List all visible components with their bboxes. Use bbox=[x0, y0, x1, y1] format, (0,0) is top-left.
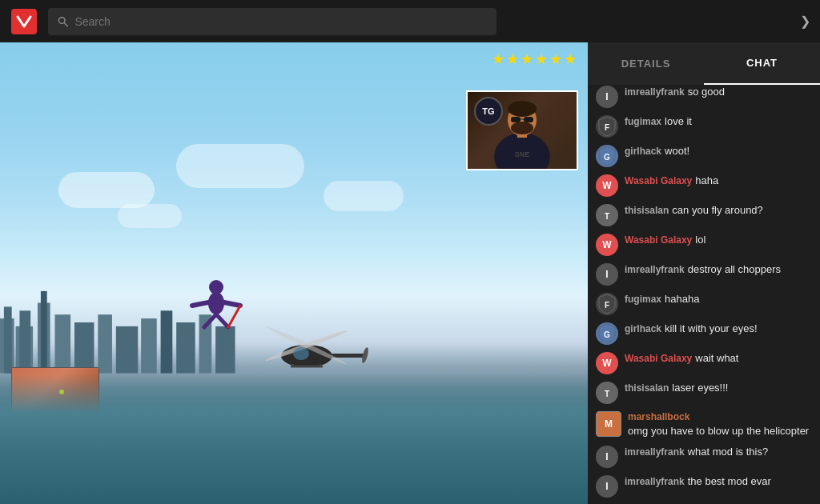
list-item: G girlhack woot! bbox=[588, 141, 820, 170]
helicopter bbox=[247, 312, 375, 384]
svg-rect-24 bbox=[524, 117, 533, 122]
list-item: WWasabi Galaxy lol bbox=[588, 230, 820, 259]
svg-rect-8 bbox=[41, 291, 47, 374]
svg-point-1 bbox=[58, 17, 65, 23]
svg-rect-9 bbox=[55, 315, 71, 374]
chat-text: omg you have to blow up the helicopter bbox=[628, 425, 809, 437]
cloud bbox=[118, 204, 182, 228]
chat-content: imreallyfrank so good bbox=[625, 85, 812, 99]
chat-messages-list: WWasabi Galaxysuperhero mods lol T thisi… bbox=[588, 85, 820, 504]
svg-rect-23 bbox=[511, 117, 521, 122]
tab-chat[interactable]: CHAT bbox=[704, 42, 820, 85]
svg-line-42 bbox=[228, 306, 240, 327]
search-icon bbox=[58, 16, 68, 27]
chat-text: hahaha bbox=[665, 292, 699, 306]
chat-avatar: I bbox=[596, 263, 618, 286]
chat-text: love it bbox=[665, 114, 692, 129]
search-input[interactable] bbox=[74, 15, 487, 28]
search-bar[interactable] bbox=[48, 8, 496, 35]
chat-avatar: G bbox=[596, 322, 618, 345]
video-background: ★★★★★★ TG bbox=[0, 42, 588, 504]
svg-text:F: F bbox=[605, 301, 609, 310]
svg-point-22 bbox=[511, 122, 533, 134]
cloud bbox=[324, 181, 404, 211]
chat-avatar: T bbox=[596, 382, 618, 404]
chat-text: the best mod evar bbox=[688, 474, 771, 489]
chat-username: marshallbock bbox=[628, 410, 812, 424]
chat-username: thisisalan bbox=[625, 382, 669, 395]
svg-rect-11 bbox=[98, 315, 112, 374]
chat-username: Wasabi Galaxy bbox=[625, 352, 692, 366]
svg-text:G: G bbox=[604, 330, 610, 339]
svg-line-40 bbox=[204, 314, 216, 327]
chat-content: imreallyfrank what mod is this? bbox=[625, 445, 812, 459]
chat-text: so good bbox=[688, 85, 725, 99]
chat-avatar: W bbox=[596, 234, 618, 256]
list-item: T thisisalan can you fly around? bbox=[588, 200, 820, 230]
chat-text: what mod is this? bbox=[688, 445, 768, 459]
chat-content: Wasabi Galaxy haha bbox=[625, 174, 812, 188]
chat-text: kill it with your eyes! bbox=[665, 322, 758, 336]
chat-content: thisisalan laser eyes!!! bbox=[625, 381, 812, 395]
svg-text:F: F bbox=[605, 123, 609, 132]
svg-point-35 bbox=[293, 347, 309, 360]
chat-avatar: W bbox=[596, 174, 618, 197]
chat-username: fugimax bbox=[625, 115, 661, 129]
chat-content: imreallyfrank the best mod evar bbox=[625, 474, 812, 489]
chat-avatar: M bbox=[596, 411, 621, 437]
chat-content: Wasabi Galaxy wait what bbox=[625, 351, 812, 366]
svg-line-41 bbox=[216, 314, 228, 327]
chat-username: imreallyfrank bbox=[625, 263, 685, 277]
chat-username: fugimax bbox=[625, 293, 661, 306]
list-item: Iimreallyfrank what mod is this? bbox=[588, 442, 820, 471]
chat-username: Wasabi Galaxy bbox=[625, 234, 692, 247]
chat-username: girlhack bbox=[625, 322, 661, 336]
cloud bbox=[58, 172, 155, 208]
chat-text: wait what bbox=[695, 351, 738, 366]
svg-rect-12 bbox=[116, 326, 138, 374]
svg-point-21 bbox=[508, 101, 537, 117]
chat-avatar: F bbox=[596, 115, 618, 138]
webcam-overlay: TG SNE bbox=[466, 90, 578, 170]
chat-username: imreallyfrank bbox=[625, 475, 685, 489]
chat-username: girlhack bbox=[625, 145, 661, 158]
chat-text: haha bbox=[695, 174, 718, 188]
svg-text:T: T bbox=[605, 212, 609, 221]
nav-arrow[interactable]: ❯ bbox=[800, 14, 810, 29]
chat-username: imreallyfrank bbox=[625, 86, 685, 99]
chat-content: Wasabi Galaxy lol bbox=[625, 233, 812, 247]
list-item: Iimreallyfrank the best mod evar bbox=[588, 471, 820, 501]
stars-rating: ★★★★★★ bbox=[492, 50, 578, 68]
chat-text: laser eyes!!! bbox=[672, 381, 728, 395]
logo[interactable] bbox=[10, 7, 38, 36]
list-item: G girlhack kill it with your eyes! bbox=[588, 318, 820, 348]
chat-panel: DETAILS CHAT WWasabi Galaxysuperhero mod… bbox=[588, 42, 820, 504]
svg-text:G: G bbox=[604, 153, 610, 162]
water-overlay bbox=[0, 374, 588, 504]
list-item: Iimreallyfrank destroy all choppers bbox=[588, 259, 820, 289]
chat-avatar: I bbox=[596, 446, 618, 468]
chat-content: girlhack woot! bbox=[625, 144, 812, 158]
chat-avatar: I bbox=[596, 86, 618, 108]
svg-rect-6 bbox=[19, 311, 30, 374]
tab-details[interactable]: DETAILS bbox=[588, 42, 704, 85]
list-item: F fugimax hahaha bbox=[588, 289, 820, 318]
chat-text: lol bbox=[695, 233, 705, 247]
chat-avatar: T bbox=[596, 204, 618, 226]
chat-text: destroy all choppers bbox=[688, 262, 781, 277]
chat-avatar: G bbox=[596, 145, 618, 167]
svg-rect-4 bbox=[4, 307, 12, 374]
svg-rect-10 bbox=[74, 322, 94, 374]
svg-point-37 bbox=[209, 280, 223, 294]
chat-avatar: W bbox=[596, 352, 618, 374]
chat-username: Wasabi Galaxy bbox=[625, 174, 692, 188]
chat-text: woot! bbox=[665, 144, 689, 158]
list-item: Iimreallyfrank so good bbox=[588, 85, 820, 111]
svg-rect-14 bbox=[161, 311, 173, 374]
chat-content: fugimax love it bbox=[625, 114, 812, 129]
svg-text:SNE: SNE bbox=[515, 150, 530, 158]
svg-line-2 bbox=[65, 22, 68, 26]
main-content: ★★★★★★ TG bbox=[0, 42, 820, 504]
chat-content: thisisalan can you fly around? bbox=[625, 203, 812, 218]
svg-text:T: T bbox=[605, 390, 609, 398]
